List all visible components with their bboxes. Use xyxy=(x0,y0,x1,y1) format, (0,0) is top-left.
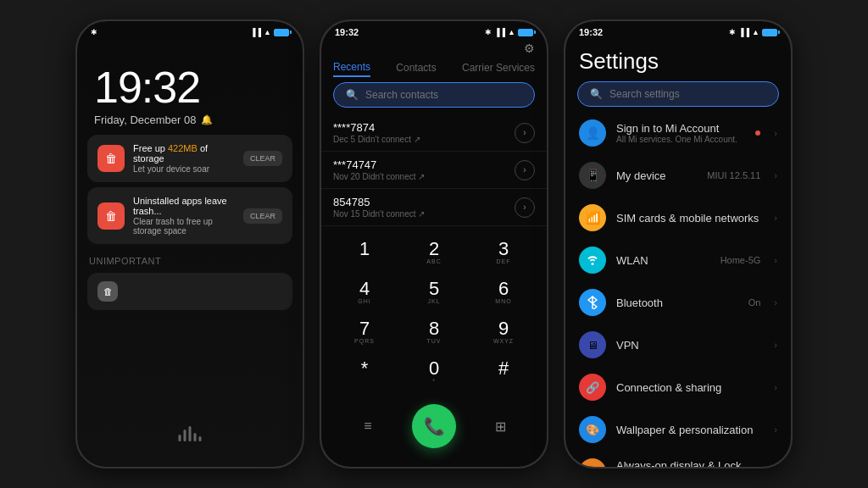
my-device-icon: 📱 xyxy=(579,162,606,189)
dialer-search-icon: 🔍 xyxy=(346,89,359,101)
call-number-2: ***74747 xyxy=(333,158,506,171)
dial-key-star[interactable]: * xyxy=(330,352,399,392)
lock-time: 19:32 xyxy=(77,40,303,114)
dial-key-6[interactable]: 6MNO xyxy=(469,273,538,313)
dialer-search-bar[interactable]: 🔍 xyxy=(333,82,535,108)
call-number-3: 854785 xyxy=(333,196,506,208)
call-detail-2: Nov 20 Didn't connect ↗ xyxy=(333,172,506,181)
eq-bar-1 xyxy=(179,435,181,441)
settings-screen: 19:32 ✱ ▐▐ ▲ Settings 🔍 👤 Sign in to xyxy=(565,21,791,467)
unimportant-card: 🗑 xyxy=(87,273,292,310)
battery-icon xyxy=(274,29,289,36)
time-3: 19:32 xyxy=(579,27,603,37)
wallpaper-arrow: › xyxy=(774,424,777,435)
recent-call-2[interactable]: ***74747 Nov 20 Didn't connect ↗ › xyxy=(321,152,547,189)
settings-item-wlan[interactable]: WLAN Home-5G › xyxy=(565,239,791,281)
dial-key-hash[interactable]: # xyxy=(469,352,538,392)
dial-key-3[interactable]: 3DEF xyxy=(469,233,538,273)
status-icons-2: ✱ ▐▐ ▲ xyxy=(485,28,533,36)
recent-call-1[interactable]: ****7874 Dec 5 Didn't connect ↗ › xyxy=(321,114,547,152)
dial-key-1[interactable]: 1 xyxy=(330,233,399,273)
call-button[interactable]: 📞 xyxy=(412,404,456,448)
signal-icon: ▐▐ xyxy=(250,28,261,36)
tab-recents[interactable]: Recents xyxy=(333,58,370,77)
mi-account-arrow: › xyxy=(774,128,777,138)
settings-search-bar[interactable]: 🔍 xyxy=(577,81,779,107)
notification-card-2[interactable]: 🗑 Uninstalled apps leave trash... Clear … xyxy=(87,187,292,244)
dialpad-grid-icon[interactable]: ⊞ xyxy=(485,411,515,441)
dial-key-7[interactable]: 7PQRS xyxy=(330,313,399,352)
bt-icon-2: ✱ xyxy=(485,28,492,36)
eq-bar-2 xyxy=(184,430,186,441)
status-icons-left: ✱ xyxy=(91,28,97,36)
dial-key-5[interactable]: 5JKL xyxy=(399,273,469,313)
settings-item-bluetooth[interactable]: Bluetooth On › xyxy=(565,281,791,324)
dialer-screen: 19:32 ✱ ▐▐ ▲ ⚙ Recents Contacts Carrier … xyxy=(321,21,547,467)
unimportant-label: UNIMPORTANT xyxy=(77,249,303,269)
vpn-icon: 🖥 xyxy=(579,331,606,358)
bluetooth-status-icon: ✱ xyxy=(91,28,97,36)
tab-contacts[interactable]: Contacts xyxy=(396,59,436,76)
my-device-label: My device xyxy=(616,169,697,182)
wlan-arrow: › xyxy=(774,255,777,265)
lock-date: Friday, December 08 🔔 xyxy=(77,114,303,130)
battery-icon-3 xyxy=(762,29,777,36)
tab-carrier[interactable]: Carrier Services xyxy=(462,59,535,76)
vpn-arrow: › xyxy=(774,340,777,350)
my-device-value: MIUI 12.5.11 xyxy=(707,170,760,180)
status-icons-3: ✱ ▐▐ ▲ xyxy=(729,28,777,36)
sim-arrow: › xyxy=(774,213,777,223)
mi-account-label: Sign in to Mi Account xyxy=(616,122,742,135)
notif-title-1: Free up 422MB of storage xyxy=(133,143,235,164)
call-info-1: ****7874 Dec 5 Didn't connect ↗ xyxy=(333,121,506,144)
settings-item-sim[interactable]: 📶 SIM cards & mobile networks › xyxy=(565,197,791,239)
dial-key-2[interactable]: 2ABC xyxy=(399,233,469,273)
settings-item-connection[interactable]: 🔗 Connection & sharing › xyxy=(565,366,791,408)
highlight-storage: 422MB xyxy=(168,143,198,153)
status-icons-right: ▐▐ ▲ xyxy=(250,28,289,36)
call-arrow-2[interactable]: › xyxy=(515,160,535,180)
eq-bar-3 xyxy=(189,426,192,441)
notif-subtitle-1: Let your device soar xyxy=(133,164,235,174)
aod-label: Always-on display & Lock screen xyxy=(616,459,760,467)
settings-search-input[interactable] xyxy=(609,88,766,100)
wifi-icon-3: ▲ xyxy=(752,28,760,36)
bluetooth-arrow: › xyxy=(774,297,777,308)
dial-key-9[interactable]: 9WXYZ xyxy=(469,313,538,352)
wifi-icon: ▲ xyxy=(264,28,271,36)
settings-title: Settings xyxy=(565,40,791,81)
dial-key-0[interactable]: 0* xyxy=(399,352,469,392)
notif-icon-1: 🗑 xyxy=(97,145,125,172)
clear-button-1[interactable]: CLEAR xyxy=(243,151,282,166)
settings-item-mi-account[interactable]: 👤 Sign in to Mi Account All Mi services.… xyxy=(565,112,791,154)
call-info-2: ***74747 Nov 20 Didn't connect ↗ xyxy=(333,158,506,181)
unimportant-icon: 🗑 xyxy=(97,281,118,302)
recent-call-3[interactable]: 854785 Nov 15 Didn't connect ↗ › xyxy=(321,189,547,226)
settings-item-my-device[interactable]: 📱 My device MIUI 12.5.11 › xyxy=(565,154,791,197)
settings-search-icon: 🔍 xyxy=(590,88,603,100)
phone-dialer: 19:32 ✱ ▐▐ ▲ ⚙ Recents Contacts Carrier … xyxy=(320,19,548,469)
dial-key-8[interactable]: 8TUV xyxy=(399,313,469,352)
dialer-search-input[interactable] xyxy=(365,89,522,101)
dialer-settings-icon[interactable]: ⚙ xyxy=(524,42,535,55)
call-arrow-3[interactable]: › xyxy=(515,197,535,218)
sim-label: SIM cards & mobile networks xyxy=(616,212,760,225)
battery-icon-2 xyxy=(518,29,533,36)
mi-account-icon: 👤 xyxy=(579,119,606,147)
bell-icon: 🔔 xyxy=(201,114,213,125)
notif-title-2: Uninstalled apps leave trash... xyxy=(133,196,235,216)
settings-item-wallpaper[interactable]: 🎨 Wallpaper & personalization › xyxy=(565,408,791,451)
settings-item-vpn[interactable]: 🖥 VPN › xyxy=(565,324,791,366)
dial-key-4[interactable]: 4GHI xyxy=(330,273,399,313)
call-detail-1: Dec 5 Didn't connect ↗ xyxy=(333,135,506,144)
connection-icon: 🔗 xyxy=(579,374,606,401)
settings-item-aod[interactable]: 🔒 Always-on display & Lock screen › xyxy=(565,451,791,467)
notif-subtitle-2: Clear trash to free up storage space xyxy=(133,217,235,236)
clear-button-2[interactable]: CLEAR xyxy=(243,208,282,224)
bluetooth-value: On xyxy=(748,297,761,308)
call-arrow-1[interactable]: › xyxy=(515,123,535,143)
wlan-value: Home-5G xyxy=(721,255,761,265)
voicemail-icon[interactable]: ≡ xyxy=(353,411,383,441)
notification-card-1[interactable]: 🗑 Free up 422MB of storage Let your devi… xyxy=(87,135,292,182)
sim-icon: 📶 xyxy=(579,204,606,231)
